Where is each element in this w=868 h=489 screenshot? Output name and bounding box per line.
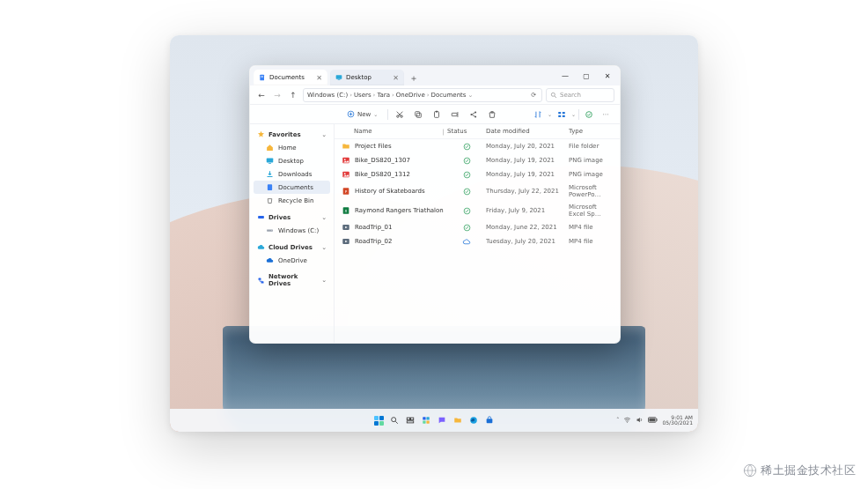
- status-icon: [447, 157, 486, 165]
- file-type: PNG image: [569, 171, 614, 178]
- chevron-up-icon[interactable]: ˄: [616, 417, 620, 424]
- file-row[interactable]: RoadTrip_02Tuesday, July 20, 2021MP4 fil…: [335, 234, 620, 248]
- video-icon: [342, 223, 350, 232]
- clock[interactable]: 9:01 AM 05/30/2021: [662, 415, 693, 426]
- sync-status-button[interactable]: [582, 107, 596, 122]
- svg-line-6: [555, 96, 556, 98]
- sidebar-item-desktop[interactable]: Desktop: [254, 154, 330, 167]
- chevron-down-icon: ⌄: [571, 111, 576, 117]
- svg-rect-2: [261, 77, 263, 78]
- sidebar-item-home[interactable]: Home: [254, 141, 330, 154]
- svg-rect-20: [563, 112, 565, 114]
- svg-rect-24: [268, 163, 271, 164]
- sidebar-group-drives[interactable]: Drives ⌄: [254, 211, 330, 224]
- svg-rect-1: [261, 76, 263, 77]
- sidebar-item-onedrive[interactable]: OneDrive: [254, 254, 330, 267]
- search-input[interactable]: Search: [546, 88, 614, 102]
- file-row[interactable]: XRaymond Rangers TriathalonFriday, July …: [335, 201, 620, 220]
- breadcrumb[interactable]: Tara: [377, 92, 390, 99]
- search-button[interactable]: [389, 415, 400, 426]
- sort-button[interactable]: [531, 107, 545, 122]
- battery-icon[interactable]: [648, 417, 658, 425]
- column-header-date[interactable]: Date modified: [486, 128, 569, 135]
- column-header-type[interactable]: Type: [569, 128, 614, 135]
- minimize-button[interactable]: —: [556, 69, 574, 83]
- drive-icon: [257, 213, 265, 221]
- back-button[interactable]: ←: [255, 89, 268, 101]
- file-row[interactable]: RoadTrip_01Monday, June 22, 2021MP4 file: [335, 220, 620, 234]
- explorer-button[interactable]: [452, 415, 463, 426]
- file-name: Raymond Rangers Triathalon: [355, 207, 447, 214]
- cut-button[interactable]: [393, 107, 407, 122]
- column-header-status[interactable]: Status: [447, 128, 486, 135]
- close-tab-icon[interactable]: ✕: [393, 74, 399, 82]
- file-name: Bike_DS820_1312: [355, 171, 447, 178]
- file-row[interactable]: Bike_DS820_1312Monday, July 19, 2021PNG …: [335, 167, 620, 182]
- svg-rect-54: [423, 420, 425, 423]
- task-view-button[interactable]: [405, 415, 416, 426]
- window-controls: — ▢ ✕: [556, 66, 616, 85]
- paste-button[interactable]: [430, 107, 444, 122]
- new-button[interactable]: New ⌄: [342, 108, 383, 120]
- breadcrumb[interactable]: Users: [354, 92, 371, 99]
- breadcrumb[interactable]: Documents: [431, 92, 467, 99]
- file-type: Microsoft PowerPo…: [569, 184, 614, 198]
- file-name: Project Files: [355, 143, 447, 150]
- view-button[interactable]: [555, 107, 569, 122]
- tab-desktop[interactable]: Desktop ✕: [330, 70, 404, 85]
- tab-documents[interactable]: Documents ✕: [254, 70, 327, 85]
- file-type: MP4 file: [569, 224, 614, 231]
- start-button[interactable]: [373, 415, 384, 426]
- svg-rect-3: [336, 75, 342, 78]
- chevron-down-icon: ⌄: [373, 111, 378, 117]
- sidebar-item-documents[interactable]: Documents: [254, 181, 330, 194]
- address-bar[interactable]: Windows (C:)› Users› Tara› OneDrive› Doc…: [303, 88, 542, 102]
- sidebar-group-network[interactable]: Network Drives ⌄: [254, 270, 330, 290]
- wifi-icon[interactable]: [623, 416, 631, 426]
- file-date: Monday, June 22, 2021: [486, 224, 569, 231]
- widgets-button[interactable]: [421, 415, 431, 426]
- svg-point-47: [392, 418, 396, 422]
- share-button[interactable]: [467, 107, 481, 122]
- svg-text:X: X: [345, 209, 348, 213]
- desktop-icon: [335, 74, 342, 81]
- taskbar: ˄ 9:01 AM 05/30/2021: [170, 409, 698, 432]
- star-icon: [257, 130, 265, 138]
- column-header-name[interactable]: Name▏: [342, 128, 447, 135]
- sidebar-group-cloud[interactable]: Cloud Drives ⌄: [254, 241, 330, 254]
- new-tab-button[interactable]: ＋: [407, 71, 421, 85]
- file-row[interactable]: PHistory of SkateboardsThursday, July 22…: [335, 182, 620, 201]
- svg-rect-13: [436, 110, 438, 112]
- breadcrumb[interactable]: Windows (C:): [307, 92, 348, 99]
- file-name: History of Skateboards: [355, 188, 447, 195]
- refresh-button[interactable]: ⟳: [529, 92, 538, 99]
- svg-rect-61: [657, 419, 658, 421]
- close-tab-icon[interactable]: ✕: [316, 74, 322, 82]
- edge-button[interactable]: [468, 415, 479, 426]
- delete-button[interactable]: [485, 107, 499, 122]
- sidebar-item-downloads[interactable]: Downloads: [254, 167, 330, 181]
- close-button[interactable]: ✕: [599, 69, 616, 83]
- more-button[interactable]: ⋯: [599, 107, 613, 122]
- sidebar-item-windows-c[interactable]: Windows (C:): [254, 224, 330, 237]
- documents-icon: [266, 183, 274, 191]
- forward-button[interactable]: →: [271, 89, 283, 101]
- volume-icon[interactable]: [636, 416, 644, 426]
- file-row[interactable]: Project FilesMonday, July 20, 2021File f…: [335, 139, 620, 153]
- file-name: RoadTrip_02: [355, 238, 447, 245]
- rename-button[interactable]: [448, 107, 462, 122]
- store-button[interactable]: [484, 415, 495, 426]
- tab-bar: Documents ✕ Desktop ✕ ＋ — ▢ ✕: [250, 66, 620, 85]
- maximize-button[interactable]: ▢: [577, 69, 595, 83]
- breadcrumb[interactable]: OneDrive: [396, 92, 425, 99]
- svg-point-36: [344, 173, 346, 174]
- copy-button[interactable]: [411, 107, 425, 122]
- svg-rect-60: [650, 418, 656, 421]
- sidebar-item-recycle[interactable]: Recycle Bin: [254, 194, 330, 207]
- chat-button[interactable]: [437, 415, 447, 426]
- status-icon: [447, 224, 486, 232]
- up-button[interactable]: ↑: [287, 89, 299, 101]
- file-row[interactable]: Bike_DS820_1307Monday, July 19, 2021PNG …: [335, 153, 620, 167]
- sidebar-group-favorites[interactable]: Favorites ⌄: [254, 128, 330, 141]
- svg-point-22: [586, 111, 592, 117]
